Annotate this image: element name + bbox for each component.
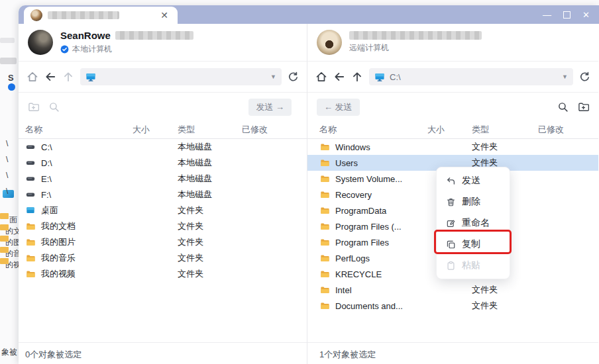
file-name: Program Files (... [335,222,402,232]
tab-close-icon[interactable]: ✕ [158,9,171,21]
send-right-button[interactable]: 发送 → [248,99,292,116]
table-row[interactable]: 桌面文件夹 [19,203,307,218]
file-name: PerfLogs [335,253,370,263]
back-icon[interactable] [333,71,345,83]
column-header[interactable]: 已修改 [242,124,307,136]
context-menu-item-rename[interactable]: 重命名 [437,212,510,234]
folder-icon [319,190,330,199]
local-avatar [28,30,53,55]
tab-title-redacted [48,11,119,19]
folder-icon [319,174,330,183]
folder-icon [319,158,330,167]
file-name: C:\ [41,142,52,152]
column-header[interactable]: 名称 [319,124,427,136]
local-file-list: C:\本地磁盘D:\本地磁盘E:\本地磁盘F:\本地磁盘桌面文件夹我的文档文件夹… [19,139,307,342]
table-row[interactable]: Documents and...文件夹 [307,298,598,314]
background-folder-icon-fragment [0,258,9,264]
context-menu-label: 重命名 [462,217,490,229]
file-type: 本地磁盘 [178,173,242,185]
file-name: Users [335,158,358,168]
context-menu-item-send[interactable]: 发送 [437,170,510,191]
background-folder-icon-fragment [0,224,9,230]
chevron-down-icon[interactable]: ▼ [270,73,276,80]
column-header[interactable]: 大小 [133,124,178,136]
up-icon[interactable] [351,71,363,83]
background-text-fragment: \ [6,155,8,164]
table-row[interactable]: D:\本地磁盘 [19,155,307,171]
context-menu-item-delete[interactable]: 删除 [437,191,510,212]
file-name: Program Files [335,238,389,248]
table-row[interactable]: F:\本地磁盘 [19,187,307,203]
background-folder-icon-fragment [0,213,9,219]
folder-icon [319,253,330,263]
file-name: Windows [335,142,370,152]
new-folder-icon[interactable] [578,101,589,113]
file-type: 文件夹 [178,268,242,280]
column-header[interactable]: 大小 [427,124,472,136]
folder-icon [319,142,330,152]
table-row[interactable]: Intel文件夹 [307,282,598,298]
context-menu-item-paste: 粘贴 [437,255,510,276]
background-text-fragment: \ [6,187,8,196]
refresh-icon[interactable] [288,71,299,83]
window-controls: — ✕ [539,5,594,24]
refresh-icon[interactable] [579,71,590,83]
folder-icon [319,222,330,231]
remote-nav-bar: C:\ ▼ [307,62,598,93]
table-row[interactable]: 我的音乐文件夹 [19,250,307,266]
context-menu: 发送删除重命名复制粘贴 [436,167,510,279]
folder-icon [25,269,36,279]
local-computer-label: 本地计算机 [72,44,112,55]
folder-icon [319,285,330,295]
background-text-fragment: S [8,73,14,83]
remote-address-bar[interactable]: C:\ ▼ [369,68,573,85]
maximize-icon[interactable] [563,11,571,19]
rename-icon [446,218,456,228]
background-desktop-icon-fragment [3,190,14,198]
column-header[interactable]: 名称 [25,124,133,136]
table-row[interactable]: E:\本地磁盘 [19,171,307,187]
chevron-down-icon[interactable]: ▼ [562,73,568,80]
new-folder-icon[interactable] [28,101,39,113]
local-selection-status: 0个对象被选定 [25,349,82,361]
file-name: Documents and... [335,301,403,311]
column-header[interactable]: 类型 [178,124,242,136]
column-header[interactable]: 类型 [472,124,538,136]
paste-icon [446,261,456,271]
context-menu-item-copy[interactable]: 复制 [437,234,510,255]
table-row[interactable]: 我的图片文件夹 [19,234,307,250]
remote-toolbar: ← 发送 [307,93,598,121]
computer-icon [374,72,385,82]
drive-icon [25,174,36,183]
table-row[interactable]: Windows文件夹 [307,139,598,155]
send-left-button[interactable]: ← 发送 [317,99,360,116]
file-name: 我的音乐 [41,252,76,264]
remote-address-value: C:\ [390,72,401,82]
tab-avatar [30,9,42,21]
close-icon[interactable]: ✕ [578,9,594,21]
local-address-bar[interactable]: ▼ [80,68,282,85]
table-row[interactable]: 我的文档文件夹 [19,218,307,234]
context-menu-label: 删除 [462,196,480,208]
table-row[interactable]: C:\本地磁盘 [19,139,307,155]
local-table-header: 名称大小类型已修改 [19,121,307,139]
file-name: KRECYCLE [335,269,382,279]
search-icon[interactable] [557,101,569,113]
column-header[interactable]: 已修改 [538,124,598,136]
home-icon[interactable] [27,71,38,83]
local-user-name: SeanRowe [60,30,111,41]
session-tab[interactable]: ✕ [24,7,178,24]
file-name: System Volume... [335,174,402,184]
minimize-icon[interactable]: — [539,9,555,21]
copy-icon [446,240,456,250]
drive-icon [25,142,36,152]
file-type: 文件夹 [178,220,242,232]
folder-icon [25,253,36,263]
search-icon[interactable] [48,101,60,113]
table-row[interactable]: 我的视频文件夹 [19,266,307,282]
file-type: 本地磁盘 [178,157,242,169]
home-icon[interactable] [315,71,327,83]
back-icon[interactable] [44,71,56,83]
file-type: 文件夹 [178,205,242,216]
up-icon[interactable] [62,71,74,83]
